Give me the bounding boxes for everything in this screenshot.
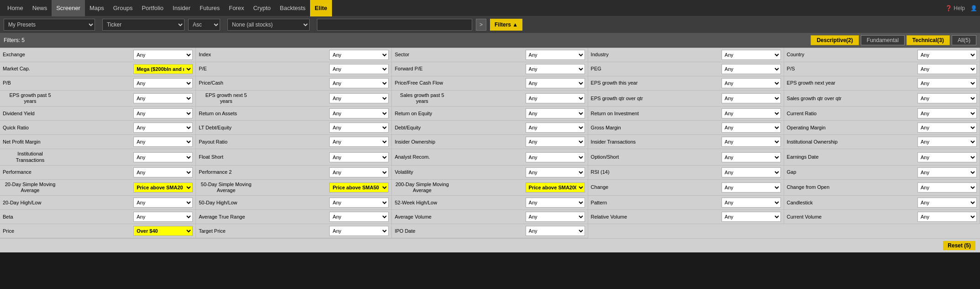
filter-select[interactable]: Any [722,137,781,147]
filter-select[interactable]: Any [329,226,389,236]
filter-select[interactable]: Any [917,182,977,193]
filter-label: Gap [787,169,796,175]
nav-item-maps[interactable]: Maps [85,0,109,16]
filter-select[interactable]: Any [329,64,389,74]
filter-select[interactable]: Any [722,212,781,222]
filter-select[interactable]: Price above SMA20 [133,182,193,193]
filter-select[interactable]: Any [722,50,781,60]
filter-select[interactable]: Any [722,167,781,177]
filter-select[interactable]: Any [722,93,781,103]
filter-select[interactable]: Any [526,212,585,222]
filter-select[interactable]: Price above SMA50 [329,182,389,193]
filter-select[interactable]: Any [133,78,193,88]
filter-select[interactable]: Any [329,137,389,147]
filter-select[interactable]: Any [722,182,781,193]
nav-item-backtests[interactable]: Backtests [275,0,310,16]
filter-select[interactable]: Any [133,212,193,222]
filter-grid: ExchangeAnyIndexAnySectorAnyIndustryAnyC… [0,48,980,238]
filter-select[interactable]: Any [917,198,977,208]
filter-select[interactable]: Over $40 [133,226,193,236]
tab-all-5-[interactable]: All(5) [952,35,976,45]
filter-select[interactable]: Any [526,64,585,74]
nav-item-insider[interactable]: Insider [168,0,195,16]
signal-select[interactable]: None (all stocks) [227,19,310,31]
filter-select[interactable]: Any [526,226,585,236]
filter-select[interactable]: Any [526,152,585,162]
filter-select[interactable]: Any [329,50,389,60]
filter-label: Earnings Date [787,154,819,160]
filter-label: Beta [3,214,13,220]
nav-item-elite[interactable]: Elite [310,0,332,16]
asc-select[interactable]: Asc [188,19,220,31]
filter-label: PEG [591,66,601,72]
filter-select[interactable]: Any [133,137,193,147]
filter-select[interactable]: Any [722,108,781,118]
filter-select[interactable]: Any [722,198,781,208]
filter-select[interactable]: Any [526,137,585,147]
filter-select[interactable]: Any [329,167,389,177]
filter-select[interactable]: Any [133,108,193,118]
filter-select[interactable]: Any [329,198,389,208]
filter-select[interactable]: Any [133,152,193,162]
filter-select[interactable]: Any [722,123,781,133]
filter-select[interactable]: Any [133,50,193,60]
reset-btn[interactable]: Reset (5) [943,241,975,250]
filter-select[interactable]: Any [133,123,193,133]
tickers-arrow-btn[interactable]: > [476,19,486,31]
filter-select[interactable]: Any [526,167,585,177]
filter-select[interactable]: Any [526,123,585,133]
filter-select[interactable]: Any [526,93,585,103]
filters-toggle-btn[interactable]: Filters ▲ [490,19,522,31]
filter-select[interactable]: Any [329,212,389,222]
filter-select[interactable]: Any [722,78,781,88]
filter-select[interactable]: Any [917,137,977,147]
filter-select[interactable]: Any [329,78,389,88]
nav-item-crypto[interactable]: Crypto [248,0,275,16]
filter-cell-target-price: Target PriceAny [196,224,392,238]
filter-select[interactable]: Any [526,108,585,118]
filter-select[interactable]: Any [917,167,977,177]
nav-item-home[interactable]: Home [3,0,28,16]
filter-select[interactable]: Any [526,50,585,60]
filter-cell-return-on-assets: Return on AssetsAny [196,107,392,121]
tab-fundamental[interactable]: Fundamental [861,35,905,45]
filter-select[interactable]: Any [917,108,977,118]
user-menu[interactable]: 👤 [970,5,977,11]
nav-item-news[interactable]: News [28,0,52,16]
tab-descriptive-2-[interactable]: Descriptive(2) [811,35,859,45]
order-select[interactable]: Ticker [102,19,184,31]
filter-select[interactable]: Any [133,198,193,208]
nav-item-portfolio[interactable]: Portfolio [137,0,168,16]
filter-label: 20-Day High/Low [3,200,41,206]
nav-item-screener[interactable]: Screener [52,0,85,16]
nav-item-groups[interactable]: Groups [109,0,137,16]
tickers-input[interactable] [317,19,472,31]
filter-select[interactable]: Any [526,198,585,208]
nav-item-futures[interactable]: Futures [195,0,224,16]
filter-select[interactable]: Any [722,152,781,162]
filter-select[interactable]: Any [722,64,781,74]
filter-select[interactable]: Price above SMA200 [526,182,585,193]
filter-select[interactable]: Any [526,78,585,88]
filter-select[interactable]: Any [133,93,193,103]
nav-item-forex[interactable]: Forex [224,0,248,16]
filter-select[interactable]: Any [329,152,389,162]
filter-select[interactable]: Any [329,108,389,118]
filter-select[interactable]: Any [917,212,977,222]
tab-technical-3-[interactable]: Technical(3) [906,35,950,45]
filter-select[interactable]: Mega ($200bln and r [133,64,193,74]
filter-select[interactable]: Any [917,93,977,103]
filter-select[interactable]: Any [917,78,977,88]
filter-select[interactable]: Any [329,93,389,103]
filter-cell-relative-volume: Relative VolumeAny [588,210,784,224]
filter-label: 52-Week High/Low [395,200,437,206]
filter-select[interactable]: Any [917,152,977,162]
filter-select[interactable]: Any [917,50,977,60]
filter-label: Current Ratio [787,111,817,117]
filter-select[interactable]: Any [329,123,389,133]
filter-select[interactable]: Any [917,123,977,133]
filter-select[interactable]: Any [917,64,977,74]
filter-select[interactable]: Any [133,167,193,177]
preset-select[interactable]: My Presets [4,19,95,31]
help-link[interactable]: ❓ Help [945,5,965,11]
